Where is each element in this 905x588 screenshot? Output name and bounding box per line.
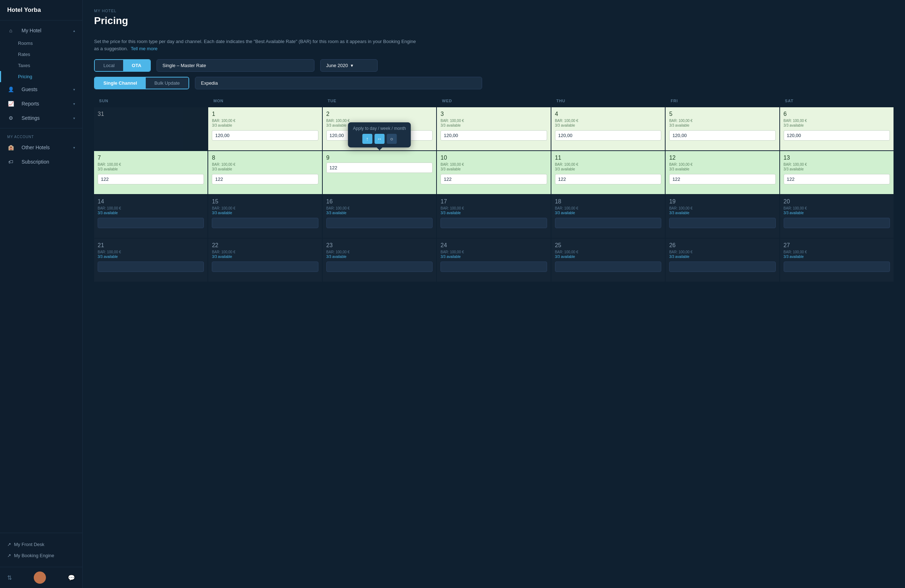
tooltip-title: Apply to day / week / month (353, 126, 406, 131)
cell-input[interactable] (784, 218, 890, 228)
sidebar-item-rates[interactable]: Rates (0, 49, 82, 60)
page-title: Pricing (94, 15, 894, 27)
tooltip-btn-circle[interactable]: ○ (387, 134, 397, 144)
tab-local[interactable]: Local (95, 60, 123, 71)
cell-input[interactable] (326, 218, 433, 228)
cell-input[interactable] (326, 163, 433, 173)
cell-bar: BAR: 100,00 € (669, 206, 775, 210)
cell-input[interactable] (212, 262, 318, 272)
sidebar-item-other-hotels[interactable]: 🏨 Other Hotels (0, 140, 82, 155)
date-selector[interactable]: June 2020 ▾ (320, 59, 378, 72)
sidebar-bottom: ↗ My Front Desk ↗ My Booking Engine (0, 533, 82, 567)
calendar-cell-16: 16 BAR: 100,00 € 3/3 available (323, 195, 436, 238)
cell-input[interactable] (440, 218, 547, 228)
cell-date: 2 (326, 111, 433, 117)
sidebar: Hotel Yorba ⌂ My Hotel Rooms Rates Taxes… (0, 0, 83, 588)
calendar-cell-7: 7 BAR: 100,00 € 3/3 available (94, 151, 208, 194)
cell-input[interactable] (326, 262, 433, 272)
rate-selector[interactable]: Single – Master Rate (157, 59, 314, 72)
cell-date: 20 (784, 198, 890, 205)
cell-input[interactable] (440, 174, 547, 184)
cell-input[interactable] (784, 130, 890, 141)
cell-input[interactable] (784, 262, 890, 272)
cell-input[interactable] (669, 262, 775, 272)
sidebar-item-rooms[interactable]: Rooms (0, 38, 82, 49)
sidebar-item-pricing[interactable]: Pricing (0, 71, 82, 82)
cell-bar: BAR: 100,00 € (555, 119, 661, 123)
cell-date: 21 (98, 242, 204, 249)
calendar-cell-24: 24 BAR: 100,00 € 3/3 available (437, 239, 550, 282)
cell-input[interactable] (784, 174, 890, 184)
sidebar-item-settings[interactable]: ⚙ Settings (0, 111, 82, 125)
tooltip-buttons: ↑ ↔ ○ (353, 134, 406, 144)
cell-date: 17 (440, 198, 547, 205)
cell-bar: BAR: 100,00 € (440, 206, 547, 210)
sidebar-item-reports[interactable]: 📈 Reports (0, 97, 82, 111)
tab-ota[interactable]: OTA (123, 60, 150, 71)
sort-icon[interactable]: ⇅ (7, 574, 12, 581)
cell-input[interactable] (440, 130, 547, 141)
chevron-down-icon-reports (73, 102, 75, 106)
cell-input[interactable] (555, 130, 661, 141)
cell-date: 5 (669, 111, 775, 117)
cell-input[interactable] (669, 218, 775, 228)
cell-avail: 3/3 available (98, 211, 204, 215)
cell-avail: 3/3 available (784, 167, 890, 171)
cell-date: 13 (784, 155, 890, 161)
cell-bar: BAR: 100,00 € (212, 250, 318, 254)
cell-avail: 3/3 available (555, 124, 661, 127)
calendar-cell-17: 17 BAR: 100,00 € 3/3 available (437, 195, 550, 238)
cell-bar: BAR: 100,00 € (326, 250, 433, 254)
cell-input[interactable] (212, 174, 318, 184)
calendar-cell-3: 3 BAR: 100,00 € 3/3 available (437, 107, 550, 150)
sidebar-item-my-hotel[interactable]: ⌂ My Hotel (0, 23, 82, 38)
cell-bar: BAR: 100,00 € (440, 119, 547, 123)
building-icon: 🏨 (7, 144, 14, 151)
cell-input[interactable] (98, 262, 204, 272)
avatar[interactable] (34, 572, 46, 584)
cell-date: 22 (212, 242, 318, 249)
cell-avail: 3/3 available (555, 255, 661, 259)
my-booking-engine-link[interactable]: ↗ My Booking Engine (7, 550, 75, 561)
cell-date: 4 (555, 111, 661, 117)
cell-date: 31 (98, 111, 204, 117)
calendar-cell-9: Apply to day / week / month ↑ ↔ ○ 9 (323, 151, 436, 194)
cell-date: 8 (212, 155, 318, 161)
tell-me-more-link[interactable]: Tell me more (131, 46, 157, 51)
cell-input[interactable] (98, 218, 204, 228)
booking-engine-label: My Booking Engine (14, 553, 54, 558)
tag-icon: 🏷 (7, 158, 14, 165)
sidebar-item-taxes[interactable]: Taxes (0, 60, 82, 71)
calendar-cell-31: 31 (94, 107, 208, 150)
calendar-cell-27: 27 BAR: 100,00 € 3/3 available (780, 239, 894, 282)
cell-input[interactable] (669, 130, 775, 141)
users-icon: 👤 (7, 86, 14, 93)
cell-date: 18 (555, 198, 661, 205)
chat-icon[interactable]: 💬 (68, 574, 75, 581)
tooltip-btn-up[interactable]: ↑ (362, 134, 372, 144)
cell-input[interactable] (212, 130, 318, 141)
cell-bar: BAR: 100,00 € (784, 206, 890, 210)
cell-date: 9 (326, 155, 433, 161)
sidebar-item-subscription[interactable]: 🏷 Subscription (0, 155, 82, 169)
tooltip-btn-arrows[interactable]: ↔ (375, 134, 384, 144)
sidebar-logo: Hotel Yorba (0, 0, 82, 21)
tab-single-channel[interactable]: Single Channel (95, 78, 146, 89)
cell-input[interactable] (212, 218, 318, 228)
cell-input[interactable] (555, 218, 661, 228)
cell-input[interactable] (669, 174, 775, 184)
cell-bar: BAR: 100,00 € (669, 250, 775, 254)
cell-input[interactable] (440, 262, 547, 272)
cell-date: 25 (555, 242, 661, 249)
calendar-cell-22: 22 BAR: 100,00 € 3/3 available (208, 239, 322, 282)
cell-input[interactable] (555, 262, 661, 272)
tab-bulk-update[interactable]: Bulk Update (146, 78, 189, 89)
cell-input[interactable] (555, 174, 661, 184)
cell-date: 12 (669, 155, 775, 161)
day-header-tue: TUE (323, 95, 436, 106)
my-front-desk-link[interactable]: ↗ My Front Desk (7, 539, 75, 550)
cell-input[interactable] (98, 174, 204, 184)
channel-selector[interactable]: Expedia (195, 77, 482, 89)
sidebar-item-guests[interactable]: 👤 Guests (0, 82, 82, 97)
cell-date: 10 (440, 155, 547, 161)
